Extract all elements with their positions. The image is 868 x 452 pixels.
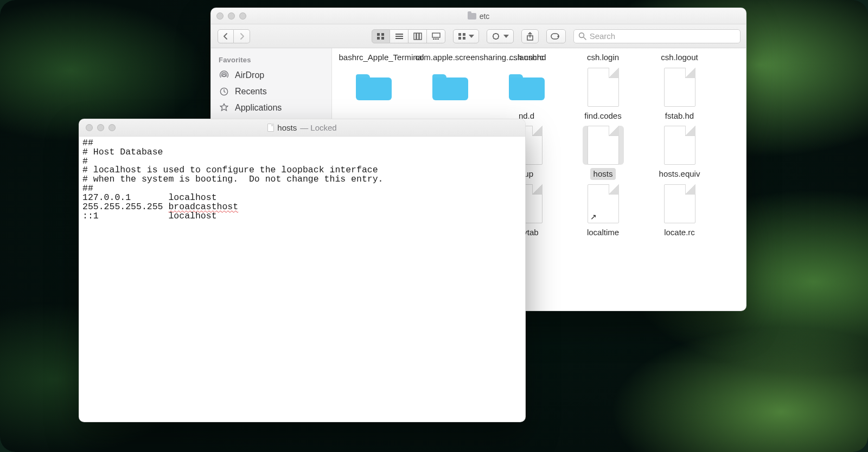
column-view-button[interactable] [409, 29, 427, 43]
file-item[interactable]: locate.rc [641, 184, 718, 238]
finder-titlebar[interactable]: etc [211, 8, 746, 24]
gallery-view-button[interactable] [427, 29, 445, 43]
zoom-button[interactable] [108, 124, 116, 131]
chevron-down-icon [503, 35, 509, 38]
file-item[interactable]: com.apple.screensharing.....launchd [412, 51, 488, 63]
window-controls [86, 124, 116, 131]
svg-rect-9 [419, 33, 422, 40]
file-icon [664, 184, 695, 223]
file-item-hosts[interactable]: hosts [565, 126, 641, 180]
sidebar-item-label: Applications [235, 103, 282, 113]
svg-rect-1 [381, 33, 384, 36]
file-icon [588, 68, 619, 107]
document-filename: hosts [277, 123, 297, 132]
minimize-button[interactable] [97, 124, 104, 131]
svg-rect-8 [417, 33, 419, 40]
folder-icon [356, 74, 392, 100]
window-controls [216, 12, 246, 20]
folder-icon [468, 13, 476, 20]
sidebar-item-recents[interactable]: Recents [211, 83, 331, 100]
file-item[interactable]: csh.logout [641, 51, 718, 63]
search-placeholder: Search [590, 31, 616, 41]
svg-point-21 [557, 35, 559, 37]
folder-item[interactable]: nd.d [488, 68, 565, 122]
document-status: — Locked [300, 123, 337, 132]
forward-button[interactable] [234, 29, 250, 43]
close-button[interactable] [216, 12, 224, 20]
textedit-editor[interactable]: ## # Host Database # # localhost is used… [79, 137, 525, 422]
file-item[interactable]: fstab.hd [641, 68, 718, 122]
nav-segment [218, 29, 250, 43]
folder-icon [509, 74, 545, 100]
svg-rect-0 [377, 33, 380, 36]
sidebar-item-airdrop[interactable]: AirDrop [211, 67, 331, 83]
file-icon [664, 68, 695, 107]
file-item[interactable]: bashrc_Apple_Terminal [335, 51, 412, 63]
applications-icon [219, 102, 229, 113]
search-icon [578, 32, 586, 40]
arrange-menu[interactable] [453, 29, 479, 43]
file-icon [664, 126, 695, 165]
textedit-window: hosts — Locked ## # Host Database # # lo… [79, 119, 526, 422]
back-button[interactable] [218, 29, 234, 43]
file-item[interactable]: csh.login [565, 51, 641, 63]
icon-view-button[interactable] [372, 29, 390, 43]
chevron-down-icon [469, 35, 474, 38]
view-mode-segment [372, 29, 445, 43]
finder-title: etc [468, 12, 490, 21]
tags-button[interactable] [546, 29, 566, 43]
svg-rect-3 [381, 37, 384, 40]
svg-rect-2 [377, 37, 380, 40]
zoom-button[interactable] [239, 12, 246, 20]
svg-rect-13 [437, 38, 439, 40]
folder-icon [432, 74, 468, 100]
close-button[interactable] [86, 124, 93, 131]
file-icon: ↗ [588, 184, 619, 223]
action-menu[interactable] [487, 29, 514, 43]
sidebar-section-header: Favorites [211, 54, 331, 67]
svg-rect-7 [414, 33, 416, 40]
list-view-button[interactable] [390, 29, 409, 43]
sidebar-item-label: AirDrop [235, 70, 264, 80]
svg-point-22 [579, 33, 584, 38]
file-item-localtime[interactable]: ↗localtime [565, 184, 641, 238]
share-button[interactable] [521, 29, 539, 43]
svg-line-23 [584, 37, 586, 40]
folder-item[interactable] [335, 68, 412, 122]
clock-icon [219, 86, 229, 97]
file-item[interactable]: csh.cshrc [488, 51, 565, 63]
svg-rect-12 [435, 38, 437, 40]
file-item[interactable]: hosts.equiv [641, 126, 718, 180]
alias-arrow-icon: ↗ [590, 212, 597, 221]
svg-rect-15 [463, 33, 465, 36]
document-icon [267, 124, 274, 132]
textedit-titlebar[interactable]: hosts — Locked [79, 119, 525, 137]
sidebar-item-label: Recents [235, 87, 267, 96]
textedit-title: hosts — Locked [267, 123, 336, 132]
svg-rect-10 [432, 33, 440, 37]
minimize-button[interactable] [228, 12, 235, 20]
folder-name: etc [480, 12, 490, 21]
airdrop-icon [219, 70, 229, 81]
folder-item[interactable] [412, 68, 488, 122]
file-item[interactable]: find.codes [565, 68, 641, 122]
svg-rect-11 [433, 38, 435, 40]
finder-toolbar: Search [211, 24, 746, 48]
svg-rect-16 [458, 37, 461, 40]
svg-rect-14 [458, 33, 461, 36]
svg-point-24 [223, 74, 226, 77]
svg-rect-17 [463, 37, 465, 40]
file-icon [588, 126, 619, 165]
sidebar-item-applications[interactable]: Applications [211, 100, 331, 116]
search-field[interactable]: Search [573, 29, 741, 43]
